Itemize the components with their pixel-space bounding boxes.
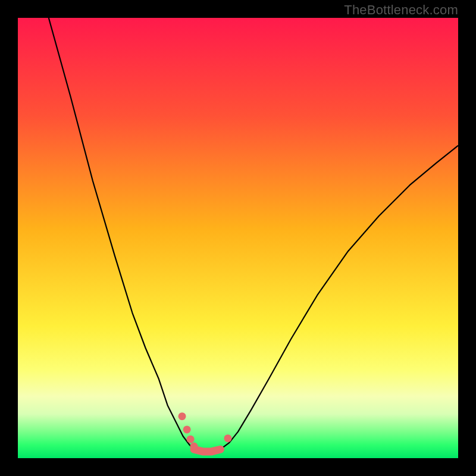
- watermark-text: TheBottleneck.com: [344, 2, 458, 18]
- chart-canvas: [18, 18, 458, 458]
- series-valley-floor: [194, 449, 220, 452]
- marker-left-dot-1: [178, 412, 186, 420]
- marker-right-dot-1: [224, 434, 231, 442]
- marker-left-dot-2: [183, 425, 191, 433]
- marker-left-dot-4: [190, 443, 198, 450]
- chart-frame: TheBottleneck.com: [0, 0, 476, 476]
- marker-left-dot-3: [187, 436, 195, 443]
- chart-plot-area: [18, 18, 458, 458]
- chart-background: [18, 18, 458, 458]
